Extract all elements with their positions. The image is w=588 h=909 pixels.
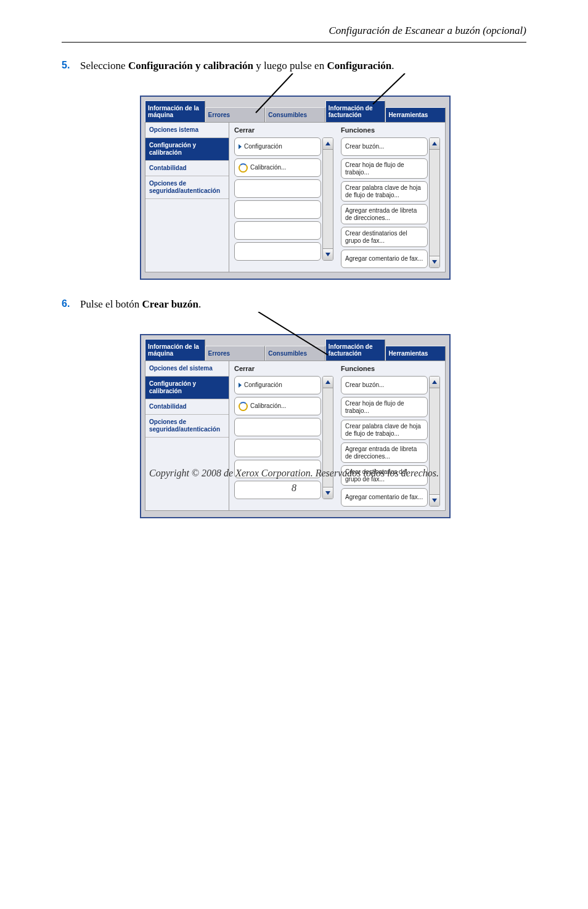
svg-line-2 [258, 312, 328, 355]
tab-tools[interactable]: Herramientas [385, 346, 446, 361]
tab-errors[interactable]: Errores [205, 346, 266, 361]
svg-line-1 [373, 73, 405, 104]
tab-machine-info[interactable]: Información de la máquina [145, 100, 205, 122]
sidebar-item-config-calib[interactable]: Configuración y calibración [145, 377, 229, 399]
list-item[interactable] [234, 179, 321, 198]
sidebar-item-config-calib[interactable]: Configuración y calibración [145, 138, 229, 161]
configuration-label: Configuración [244, 143, 282, 150]
scrollbar-right[interactable] [429, 137, 440, 268]
triangle-up-icon [325, 380, 330, 384]
create-fax-group-recipients-item[interactable]: Crear destinatarios del grupo de fax... [341, 227, 428, 247]
create-mailbox-item[interactable]: Crear buzón... [341, 376, 428, 394]
step-5: 5. Seleccione Configuración y calibració… [62, 60, 588, 72]
scroll-down-button[interactable] [430, 494, 439, 506]
sidebar-item-system-options[interactable]: Opciones del sistema [145, 361, 229, 377]
close-label[interactable]: Cerrar [234, 126, 333, 134]
svg-line-0 [256, 73, 293, 113]
play-arrow-icon [239, 144, 242, 149]
left-column: Cerrar Configuración Calibración... [234, 126, 333, 268]
list-item[interactable] [234, 221, 321, 240]
step-text: Pulse el botón Crear buzón. [80, 298, 201, 311]
header-rule [62, 42, 526, 43]
calibration-item[interactable]: Calibración... [234, 158, 321, 177]
scroll-up-button[interactable] [430, 138, 439, 150]
triangle-down-icon [325, 253, 330, 256]
scroll-down-button[interactable] [430, 256, 439, 267]
scroll-track[interactable] [430, 150, 439, 256]
copyright-text: Copyright © 2008 de Xerox Corporation. R… [149, 468, 439, 478]
step-text: Seleccione Configuración y calibración y… [80, 60, 394, 72]
page-footer: Copyright © 2008 de Xerox Corporation. R… [0, 468, 588, 494]
sidebar: Opciones istema Configuración y calibrac… [145, 122, 229, 272]
add-address-book-entry-item[interactable]: Agregar entrada de libreta de direccione… [341, 442, 428, 463]
functions-label: Funciones [341, 365, 440, 372]
step-number: 6. [62, 298, 80, 309]
scroll-up-button[interactable] [323, 377, 333, 388]
create-workflow-password-item[interactable]: Crear palabra clave de hoja de flujo de … [341, 420, 428, 440]
refresh-icon [239, 163, 248, 173]
sidebar-item-security[interactable]: Opciones de seguridad/autenticación [145, 176, 229, 199]
scrollbar-left[interactable] [322, 137, 333, 261]
figure-1: Información de la máquina Errores Consum… [140, 78, 448, 280]
tab-machine-info[interactable]: Información de la máquina [145, 339, 205, 361]
triangle-up-icon [432, 380, 437, 384]
play-arrow-icon [239, 383, 242, 388]
callout-arrow-right-icon [368, 73, 417, 110]
step-number: 5. [62, 60, 80, 71]
configuration-item[interactable]: Configuración [234, 137, 321, 156]
sidebar-item-accounting[interactable]: Contabilidad [145, 399, 229, 415]
sidebar-item-security[interactable]: Opciones de seguridad/autenticación [145, 415, 229, 438]
create-mailbox-item[interactable]: Crear buzón... [341, 137, 428, 156]
close-label[interactable]: Cerrar [234, 365, 333, 372]
calibration-label: Calibración... [250, 164, 286, 171]
scroll-up-button[interactable] [323, 138, 333, 150]
main-pane: Cerrar Configuración Calibración... [229, 122, 446, 272]
create-workflow-password-item[interactable]: Crear palabra clave de hoja de flujo de … [341, 181, 428, 202]
sidebar-item-system-options[interactable]: Opciones istema [145, 123, 229, 138]
callout-arrow-icon [257, 312, 337, 360]
list-item[interactable] [234, 439, 321, 457]
scroll-up-button[interactable] [430, 377, 439, 388]
list-item[interactable] [234, 242, 321, 261]
configuration-label: Configuración [244, 381, 282, 389]
list-item[interactable] [234, 418, 321, 436]
add-fax-comment-item[interactable]: Agregar comentario de fax... [341, 250, 428, 268]
screenshot-panel-1: Información de la máquina Errores Consum… [140, 96, 451, 280]
add-address-book-entry-item[interactable]: Agregar entrada de libreta de direccione… [341, 204, 428, 224]
page-number: 8 [0, 483, 588, 494]
configuration-item[interactable]: Configuración [234, 376, 321, 394]
sidebar-item-accounting[interactable]: Contabilidad [145, 161, 229, 176]
scroll-down-button[interactable] [323, 248, 333, 260]
triangle-down-icon [432, 499, 437, 502]
triangle-up-icon [432, 142, 437, 145]
page-header: Configuración de Escanear a buzón (opcio… [0, 25, 588, 42]
list-item[interactable] [234, 200, 321, 219]
scroll-track[interactable] [323, 150, 333, 248]
callout-arrow-left-icon [251, 73, 306, 120]
functions-label: Funciones [341, 126, 440, 134]
create-workflow-sheet-item[interactable]: Crear hoja de flujo de trabajo... [341, 397, 428, 417]
refresh-icon [239, 402, 248, 411]
triangle-down-icon [432, 260, 437, 264]
right-column: Funciones Crear buzón... Crear hoja de f… [341, 126, 440, 268]
create-workflow-sheet-item[interactable]: Crear hoja de flujo de trabajo... [341, 158, 428, 179]
step-6: 6. Pulse el botón Crear buzón. [62, 298, 588, 311]
triangle-up-icon [325, 142, 330, 145]
calibration-item[interactable]: Calibración... [234, 397, 321, 415]
calibration-label: Calibración... [250, 402, 286, 410]
